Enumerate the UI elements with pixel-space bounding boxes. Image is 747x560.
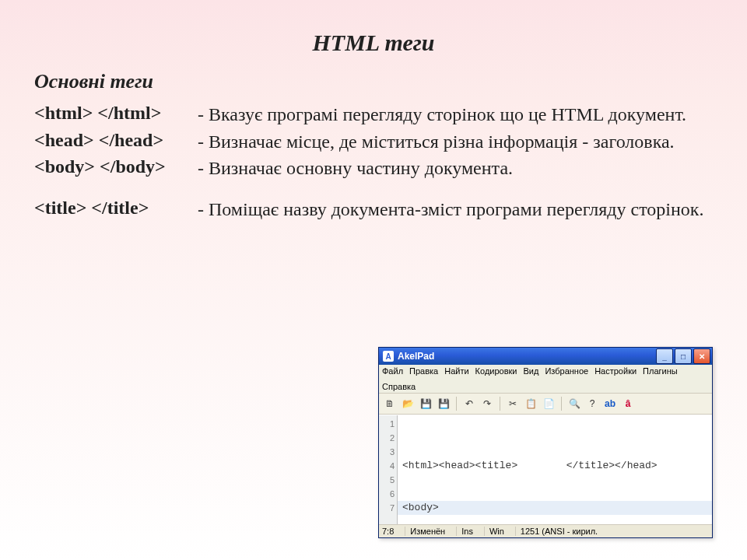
tag-row: <head> </head> - Визначає місце, де міст… xyxy=(34,128,713,156)
line-gutter: 1 2 3 4 5 6 7 xyxy=(379,415,398,524)
tag-name: <body> </body> xyxy=(34,155,198,182)
editor-area[interactable]: 1 2 3 4 5 6 7 <html><head><title> </titl… xyxy=(379,415,712,524)
tag-desc: - Поміщає назву документа-зміст програми… xyxy=(198,196,713,223)
close-button[interactable]: ✕ xyxy=(693,348,710,364)
toolbar: 🗎 📂 💾 💾 ↶ ↷ ✂ 📋 📄 🔍 ? ab â xyxy=(379,394,712,415)
tag-row: <body> </body> - Визначає основну частин… xyxy=(34,155,713,182)
toolbar-separator xyxy=(456,397,457,411)
redo-icon[interactable]: ↷ xyxy=(479,396,495,411)
new-file-icon[interactable]: 🗎 xyxy=(382,396,398,411)
window-buttons: _ □ ✕ xyxy=(656,348,710,364)
tags-table: <html> </html> - Вказує програмі перегля… xyxy=(34,101,713,223)
slide-title: HTML теги xyxy=(34,30,713,56)
toolbar-separator xyxy=(500,397,500,411)
app-icon: A xyxy=(383,351,394,362)
gutter-line: 3 xyxy=(379,445,395,459)
tag-name: <head> </head> xyxy=(34,128,198,156)
editor-window: A AkelPad _ □ ✕ Файл Правка Найти Кодиро… xyxy=(378,347,713,538)
open-icon[interactable]: 📂 xyxy=(400,396,416,411)
tag-row: <html> </html> - Вказує програмі перегля… xyxy=(34,101,713,128)
slide-subtitle: Основні теги xyxy=(34,70,713,93)
toolbar-separator xyxy=(561,397,562,411)
gutter-line: 1 xyxy=(379,417,395,431)
menu-bar: Файл Правка Найти Кодировки Вид Избранно… xyxy=(379,365,712,394)
gutter-line: 5 xyxy=(379,473,395,487)
tag-row: <title> </title> - Поміщає назву докумен… xyxy=(34,196,713,223)
menu-item[interactable]: Настройки xyxy=(594,366,637,376)
copy-icon[interactable]: 📋 xyxy=(523,396,538,411)
code-line: <html><head><title> </title></head> xyxy=(402,459,707,473)
gutter-line: 6 xyxy=(379,487,395,501)
slide: HTML теги Основні теги <html> </html> - … xyxy=(0,0,747,560)
menu-item[interactable]: Вид xyxy=(524,366,539,376)
tag-desc: - Визначає місце, де міститься різна інф… xyxy=(198,128,713,156)
tag-desc: - Визначає основну частину документа. xyxy=(198,155,713,182)
tag-desc: - Вказує програмі перегляду сторінок що … xyxy=(198,101,713,128)
tag-name: <title> </title> xyxy=(34,196,198,223)
menu-item[interactable]: Правка xyxy=(409,366,438,376)
menu-item[interactable]: Найти xyxy=(444,366,468,376)
save-icon[interactable]: 💾 xyxy=(418,396,433,411)
code-area[interactable]: <html><head><title> </title></head> <bod… xyxy=(398,415,712,524)
menu-item[interactable]: Плагины xyxy=(643,366,678,376)
help-icon[interactable]: ? xyxy=(584,396,600,411)
gutter-line: 2 xyxy=(379,431,395,445)
window-titlebar[interactable]: A AkelPad _ □ ✕ xyxy=(379,348,712,365)
menu-item[interactable]: Справка xyxy=(382,382,416,391)
undo-icon[interactable]: ↶ xyxy=(461,396,477,411)
menu-item[interactable]: Кодировки xyxy=(475,366,517,376)
spacer-row xyxy=(34,182,713,196)
menu-item[interactable]: Файл xyxy=(382,366,403,376)
cut-icon[interactable]: ✂ xyxy=(505,396,521,411)
tag-name: <html> </html> xyxy=(34,101,198,128)
font-icon[interactable]: ab xyxy=(602,396,618,411)
find-icon[interactable]: 🔍 xyxy=(566,396,582,411)
minimize-button[interactable]: _ xyxy=(656,348,673,364)
gutter-line: 7 xyxy=(379,501,395,515)
maximize-button[interactable]: □ xyxy=(675,348,692,364)
menu-item[interactable]: Избранное xyxy=(545,366,588,376)
gutter-line: 4 xyxy=(379,459,395,473)
sort-icon[interactable]: â xyxy=(620,396,636,411)
status-pos: 7:8 xyxy=(382,527,394,536)
paste-icon[interactable]: 📄 xyxy=(541,396,556,411)
code-line: <body> xyxy=(402,501,707,515)
save-all-icon[interactable]: 💾 xyxy=(436,396,451,411)
window-title: AkelPad xyxy=(398,351,656,362)
